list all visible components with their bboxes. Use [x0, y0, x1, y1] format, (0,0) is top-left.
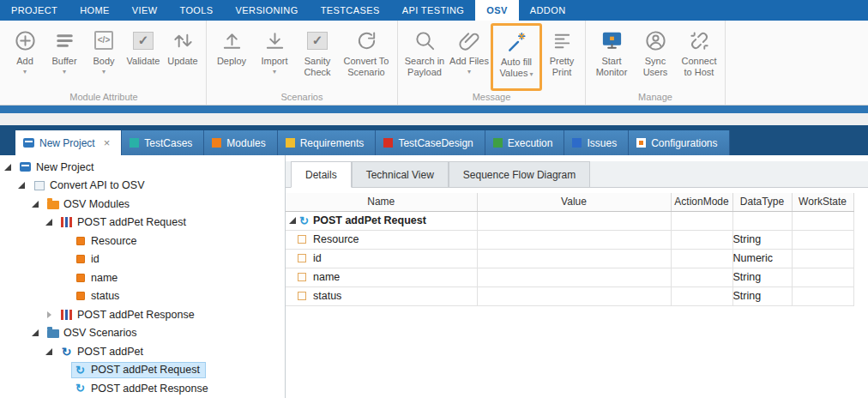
tree-item-name[interactable]: name: [0, 268, 285, 287]
tree-expander-icon[interactable]: [45, 348, 57, 355]
button-label: Buffer: [51, 56, 76, 67]
cell-actionmode: [671, 268, 732, 286]
convert-to-scenario-button[interactable]: Convert To Scenario: [339, 23, 394, 91]
main-area: New Project Convert API to OSV OSV Modul…: [0, 155, 868, 398]
tab-label: Requirements: [300, 137, 365, 149]
cell-name: Resource: [313, 233, 359, 245]
menu-item-testcases[interactable]: TESTCASES: [310, 0, 391, 21]
tab-testcases[interactable]: TestCases: [122, 130, 204, 155]
cell-value: [477, 268, 671, 286]
pretty-print-icon: [551, 27, 574, 54]
start-monitor-button[interactable]: Start Monitor: [589, 23, 634, 91]
table-row[interactable]: name String: [286, 268, 853, 286]
add-circle-icon: [14, 27, 37, 54]
tab-sequence-flow-diagram[interactable]: Sequence Flow Diagram: [449, 161, 590, 187]
tab-technical-view[interactable]: Technical View: [352, 161, 449, 187]
ribbon-group-message: Search in Payload Add Files ▾ Auto fill …: [398, 21, 586, 105]
table-group-row[interactable]: ↻ POST addPet Request: [286, 211, 853, 230]
cell-datatype: String: [732, 286, 792, 305]
deploy-up-icon: [220, 27, 244, 54]
ribbon-group-label: Scenarios: [207, 91, 397, 105]
refresh-icon: ↻: [299, 215, 309, 226]
cell-actionmode: [671, 230, 732, 249]
auto-fill-values-button[interactable]: Auto fill Values▾: [491, 23, 542, 91]
tree-expander-icon[interactable]: [45, 311, 57, 318]
menu-item-project[interactable]: PROJECT: [0, 0, 69, 21]
tree-item-convert-api-to-osv[interactable]: Convert API to OSV: [0, 177, 285, 196]
tab-new-project[interactable]: New Project ×: [15, 130, 122, 155]
row-checkbox[interactable]: [298, 235, 306, 244]
button-label: Update: [167, 56, 197, 67]
tree-item-id[interactable]: id: [0, 250, 285, 269]
close-icon[interactable]: ×: [104, 137, 111, 148]
tree-item-post-addpet-request-module[interactable]: POST addPet Request: [0, 214, 285, 232]
table-row[interactable]: status String: [286, 286, 853, 305]
package-icon: [34, 181, 45, 190]
tree-expander-icon[interactable]: [32, 329, 44, 336]
tree-item-post-addpet-response-scenario[interactable]: ↻ POST addPet Response: [0, 379, 285, 398]
tree-item-post-addpet[interactable]: ↻ POST addPet: [0, 342, 285, 361]
field-icon: [76, 255, 85, 263]
tab-issues[interactable]: Issues: [564, 130, 629, 155]
add-files-button[interactable]: Add Files ▾: [448, 23, 491, 91]
row-expander-icon[interactable]: [289, 217, 296, 224]
module-icon: [61, 310, 72, 320]
connect-to-host-button[interactable]: Connect to Host: [677, 23, 721, 91]
menu-item-api-testing[interactable]: API TESTING: [391, 0, 476, 21]
row-checkbox[interactable]: [298, 254, 306, 262]
tab-label: TestCases: [144, 137, 192, 149]
pretty-print-button[interactable]: Pretty Print: [542, 23, 582, 91]
menu-item-home[interactable]: HOME: [69, 0, 121, 21]
tab-modules[interactable]: Modules: [204, 130, 277, 155]
search-in-payload-button[interactable]: Search in Payload: [401, 23, 448, 91]
import-down-icon: [263, 27, 286, 54]
search-icon: [413, 27, 437, 54]
code-icon: </>: [94, 27, 113, 54]
tree-expander-icon[interactable]: [4, 164, 16, 171]
tree-item-label: OSV Scenarios: [63, 327, 136, 339]
cell-workstate: [792, 249, 853, 268]
menu-item-tools[interactable]: TOOLS: [168, 0, 224, 21]
import-button[interactable]: Import ▾: [253, 23, 296, 91]
tree-item-resource[interactable]: Resource: [0, 232, 285, 250]
sanity-check-button[interactable]: ✓ Sanity Check: [296, 23, 339, 91]
deploy-button[interactable]: Deploy: [210, 23, 253, 91]
table-row[interactable]: id Numeric: [286, 249, 853, 268]
config-icon: [636, 138, 646, 148]
tree-expander-icon[interactable]: [45, 219, 57, 226]
detail-tabstrip: Details Technical View Sequence Flow Dia…: [286, 161, 868, 188]
tree-expander-icon[interactable]: [32, 201, 44, 208]
tab-details[interactable]: Details: [291, 161, 352, 188]
tree-item-post-addpet-response-module[interactable]: POST addPet Response: [0, 305, 285, 324]
paperclip-icon: [458, 27, 481, 54]
buffer-button[interactable]: Buffer ▾: [45, 23, 84, 91]
table-row[interactable]: Resource String: [286, 230, 853, 249]
menu-item-view[interactable]: VIEW: [121, 0, 169, 21]
validate-button[interactable]: ✓ Validate: [124, 23, 163, 91]
body-button[interactable]: </> Body ▾: [84, 23, 124, 91]
tree-item-status[interactable]: status: [0, 287, 285, 306]
tab-configurations[interactable]: Configurations: [629, 130, 729, 155]
tab-execution[interactable]: Execution: [485, 130, 565, 155]
tab-label: Issues: [587, 137, 617, 149]
tree-expander-icon[interactable]: [18, 182, 30, 189]
tree-item-post-addpet-request-scenario[interactable]: ↻ POST addPet Request: [0, 361, 285, 380]
tree-item-osv-modules[interactable]: OSV Modules: [0, 195, 285, 214]
cell-actionmode: [671, 286, 732, 305]
add-button[interactable]: Add ▾: [5, 23, 45, 91]
menu-item-osv[interactable]: OSV: [475, 0, 518, 21]
menu-item-versioning[interactable]: VERSIONING: [225, 0, 310, 21]
teal-square-icon: [130, 138, 139, 148]
sync-users-button[interactable]: Sync Users: [634, 23, 677, 91]
button-label: Pretty Print: [542, 56, 582, 78]
tab-testcasedesign[interactable]: TestCaseDesign: [376, 130, 485, 155]
menu-item-addon[interactable]: ADDON: [519, 0, 577, 21]
row-checkbox[interactable]: [298, 273, 306, 281]
cell-value: [477, 230, 671, 249]
project-tree-panel: New Project Convert API to OSV OSV Modul…: [0, 155, 286, 398]
tree-item-new-project[interactable]: New Project: [0, 158, 285, 177]
update-button[interactable]: Update: [163, 23, 202, 91]
tree-item-osv-scenarios[interactable]: OSV Scenarios: [0, 324, 285, 343]
row-checkbox[interactable]: [298, 292, 306, 300]
tab-requirements[interactable]: Requirements: [278, 130, 377, 155]
